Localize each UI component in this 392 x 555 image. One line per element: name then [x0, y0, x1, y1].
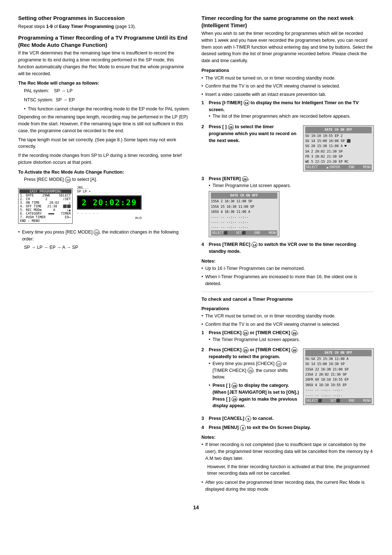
easy-prog-row5: 5. REC MOD⊞A↓▲ — [19, 208, 72, 212]
intelligent-timer-intro: When you wish to set the timer recording… — [201, 30, 374, 64]
it-prep3: • Insert a video cassette with an intact… — [201, 91, 374, 98]
display-time: 2 20:02:29 — [77, 195, 142, 210]
cc-bullet-cat: • Press [ ] 28 to display the category. … — [209, 382, 299, 409]
it-step2: 2 Press [ ] 28 to select the timer progr… — [201, 123, 299, 144]
rec-mode-note1: • This function cannot change the record… — [24, 106, 191, 113]
cc-prep1: • The VCR must be turned on, or in timer… — [201, 313, 374, 320]
cc-osd1-footer: SELECT⬛SET⬛ENDMENU — [305, 398, 372, 404]
left-column: Setting other Programmes in Succession R… — [18, 15, 191, 497]
right-column: Timer recording for the same programme o… — [201, 15, 374, 497]
display-dots: · · · · · · — [77, 212, 142, 215]
it-step2-row: 2 Press [ ] 28 to select the timer progr… — [201, 123, 374, 173]
section-intelligent-timer: Timer recording for the same programme o… — [201, 15, 374, 287]
activate-body: Press [REC MODE] 33 to select [A]. — [24, 176, 191, 183]
rec-mode-formula: SP → LP → EP → A → SP — [24, 244, 191, 251]
every-press-note: • Every time you press [REC MODE] 33, th… — [18, 229, 191, 243]
easy-prog-row6: 6. CATEGORY▬▬▬TIMER — [19, 212, 72, 215]
cc-step2: 2 Press [CHECK] 29 or [TIMER CHECK] 39 r… — [201, 347, 299, 411]
check-cancel-title: To check and cancel a Timer Programme — [201, 296, 374, 303]
cc-final-note1: • If timer recording is not completed (d… — [201, 441, 374, 462]
cc-osd1-header: DATE CH ON OFF — [305, 350, 372, 356]
it-step3: 3 Press [ENTER] 26. • Timer Programme Li… — [201, 175, 374, 239]
it-preparations-label: Preparations — [201, 67, 374, 74]
easy-prog-row7: 7. PUSH TIMERE9→ — [19, 215, 72, 219]
rec-mode-body4: If the recording mode changes from SP to… — [18, 152, 191, 166]
ntsc-system: NTSC system: SP → EP — [24, 97, 191, 104]
it-step2-content: 2 Press [ ] 28 to select the timer progr… — [201, 123, 299, 146]
it-osd2-footer: SELECT⬛SET⬛ENDMENU — [211, 230, 277, 236]
section-rec-mode-title: Programming a Timer Recording of a TV Pr… — [18, 34, 191, 48]
cc-final-note3: • After you cancel the programmed timer … — [201, 479, 374, 493]
it-note2: • When I-Timer Programmes are increased … — [201, 274, 374, 287]
section-rec-mode: Programming a Timer Recording of a TV Pr… — [18, 34, 191, 251]
page-number: 14 — [18, 505, 374, 510]
cc-step2-row: 2 Press [CHECK] 29 or [TIMER CHECK] 39 r… — [201, 347, 374, 413]
it-note1: • Up to 16 I-Timer Programmes can be mem… — [201, 265, 374, 272]
cc-step1: 1 Press [CHECK] 29 or [TIMER CHECK] 39. … — [201, 329, 374, 345]
cc-step2-content: 2 Press [CHECK] 29 or [TIMER CHECK] 39 r… — [201, 347, 299, 413]
intelligent-timer-title: Timer recording for the same programme o… — [201, 15, 374, 29]
it-step4: 4 Press [TIMER REC] 14 to switch the VCR… — [201, 241, 374, 255]
easy-prog-row1: 1. DATE29WESELECT — [19, 194, 72, 197]
it-step1-note: • The list of the timer programmes which… — [209, 113, 374, 120]
cc-step3: 3 Press [CANCEL] 5 to cancel. — [201, 415, 374, 422]
rec-mode-change-label: The Rec Mode will change as follows: — [18, 80, 191, 87]
easy-prog-title: EASY PROGRAMMING — [19, 189, 72, 194]
pal-system: PAL system: SP → LP — [24, 88, 191, 94]
easy-prog-display-row: EASY PROGRAMMING 1. DATE29WESELECT 2. CH… — [18, 186, 191, 226]
it-osd1-footer: SELECT▲/ENTERENDMENU — [305, 165, 372, 170]
section-succession-body: Repeat steps 1-9 of Easy Timer Programmi… — [18, 23, 191, 30]
easy-prog-row3: 3. ON TIME20:02↓ — [19, 201, 72, 204]
it-osd2-header: DATE CH ON OFF — [211, 193, 277, 199]
display-unit: JRS...SP LP • 2 20:02:29 · · · · · · IN … — [77, 186, 142, 220]
cc-prep2: • Confirm that the TV is on and the VCR … — [201, 321, 374, 328]
it-prep1: • The VCR must be turned on, or in timer… — [201, 75, 374, 82]
cc-notes-label: Notes: — [201, 434, 374, 441]
cc-step2-note: • Every time you press [CHECK] 23 or [TI… — [209, 360, 299, 381]
display-indicator: IN D — [77, 216, 142, 220]
section-succession-title: Setting other Programmes in Succession — [18, 15, 191, 22]
section-check-cancel: To check and cancel a Timer Programme Pr… — [201, 296, 374, 493]
it-osd2: DATE CH ON OFF 15SA 2 16:30 11:00 SP 15S… — [209, 191, 279, 237]
easy-prog-row-end: END : MENU — [19, 219, 72, 223]
cc-preparations-label: Preparations — [201, 305, 374, 312]
cc-step4: 4 Press [MENU] 9 to exit the On Screen D… — [201, 424, 374, 431]
activate-label: To Activate the Rec Mode Auto Change Fun… — [18, 169, 191, 176]
cc-final-note2: However, if the timer recording function… — [207, 463, 374, 477]
it-notes-label: Notes: — [201, 258, 374, 265]
rec-mode-body3: The tape length must be set correctly. (… — [18, 137, 191, 150]
easy-prog-row4: 4. OFF TIME21:30⬛⬛ — [19, 204, 72, 208]
easy-prog-osd: EASY PROGRAMMING 1. DATE29WESELECT 2. CH… — [18, 188, 73, 224]
section-divider — [201, 292, 374, 292]
section-succession: Setting other Programmes in Succession R… — [18, 15, 191, 30]
cc-osd1: DATE CH ON OFF SU-SA 25 15:30 11:00 A SU… — [303, 348, 374, 405]
display-jrs: JRS...SP LP • — [77, 186, 142, 193]
it-osd1: DATE CH ON OFF SU 19:10 19:55 EP 2 SU 14… — [303, 125, 374, 171]
it-step3-note: • Timer Programme List screen appears. — [209, 182, 374, 189]
it-prep2: • Confirm that the TV is on and the VCR … — [201, 83, 374, 90]
it-step1: 1 Press [I-TIMER] 24 to display the menu… — [201, 100, 374, 121]
rec-mode-body2: Depending on the remaining tape length, … — [18, 114, 191, 134]
section-rec-mode-body1: If the VCR determines that the remaining… — [18, 50, 191, 77]
cc-step1-note: • The Timer Programme List screen appear… — [209, 336, 374, 343]
easy-prog-row2: 2. CH2↑SET — [19, 197, 72, 201]
it-osd1-header: DATE CH ON OFF — [305, 127, 372, 133]
